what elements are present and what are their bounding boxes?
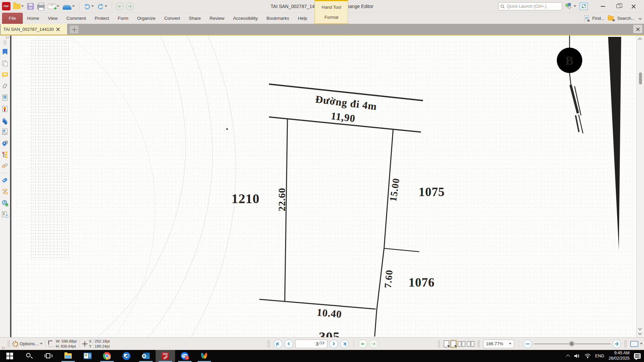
sidebar-grip[interactable]	[3, 40, 7, 45]
menu-file[interactable]: File	[2, 13, 23, 24]
destinations-pane-icon[interactable]	[2, 140, 8, 146]
menu-form[interactable]: Form	[113, 13, 133, 24]
scan-button[interactable]	[62, 2, 75, 10]
print-button[interactable]	[37, 2, 45, 10]
zoom-slider-thumb[interactable]	[569, 341, 575, 347]
report-app-button[interactable]	[78, 350, 97, 362]
chevron-down-icon[interactable]	[91, 5, 94, 7]
restore-button[interactable]	[610, 1, 626, 11]
start-button[interactable]	[0, 350, 19, 362]
history-forward-button[interactable]	[369, 340, 378, 348]
statusbar-grip[interactable]	[438, 340, 441, 348]
chevron-down-icon[interactable]	[105, 5, 107, 7]
content-pane-icon[interactable]	[2, 94, 8, 101]
task-view-button[interactable]	[39, 350, 58, 362]
signatures-pane-icon[interactable]	[2, 106, 8, 112]
email-button[interactable]	[47, 3, 60, 10]
volume-icon[interactable]	[574, 354, 580, 358]
ui-options-button[interactable]	[565, 2, 577, 10]
page-number-input[interactable]: 3 /19	[295, 340, 327, 348]
layers-pane-icon[interactable]	[2, 117, 8, 124]
history-back-button[interactable]	[359, 340, 367, 348]
close-document-button[interactable]	[633, 25, 642, 33]
statusbar-grip[interactable]	[267, 340, 270, 348]
menu-review[interactable]: Review	[205, 13, 229, 24]
last-page-button[interactable]	[340, 340, 349, 348]
article-z-order-icon[interactable]	[2, 188, 8, 195]
continuous-layout-button[interactable]	[451, 341, 456, 347]
menu-convert[interactable]: Convert	[160, 13, 184, 24]
chevron-down-icon[interactable]	[639, 17, 642, 20]
fit-page-button[interactable]	[630, 341, 638, 347]
accessibility-check-icon[interactable]	[2, 200, 8, 206]
menu-accessibility[interactable]: Accessibility	[229, 13, 262, 24]
collapse-statusbar-button[interactable]: |<	[1, 347, 6, 350]
menu-bookmarks[interactable]: Bookmarks	[262, 13, 294, 24]
chevron-down-icon[interactable]	[21, 5, 24, 7]
two-page-layout-button[interactable]	[458, 341, 465, 347]
minimize-button[interactable]	[595, 1, 610, 11]
menu-organize[interactable]: Organize	[133, 13, 160, 24]
menu-view[interactable]: View	[44, 13, 62, 24]
chevron-down-icon[interactable]	[640, 343, 643, 345]
chevron-down-icon[interactable]	[72, 5, 75, 7]
collapse-sidebar-button[interactable]: |<	[5, 36, 10, 40]
v-app-button[interactable]	[195, 350, 214, 362]
scrollbar-thumb[interactable]	[639, 72, 642, 84]
zalo-button[interactable]: Zalo 5	[175, 350, 195, 362]
next-page-button[interactable]	[329, 340, 338, 348]
active-tool-tab[interactable]: Hand Tool Format	[315, 0, 348, 24]
tray-expand-icon[interactable]	[566, 354, 570, 359]
file-explorer-button[interactable]	[58, 350, 78, 362]
remote-app-button[interactable]	[117, 350, 136, 362]
chevron-down-icon[interactable]	[57, 5, 59, 7]
zoom-out-button[interactable]	[523, 340, 532, 348]
menu-home[interactable]: Home	[23, 13, 44, 24]
previous-page-button[interactable]	[284, 340, 293, 348]
attachments-pane-icon[interactable]	[2, 83, 8, 89]
vertical-scrollbar[interactable]	[636, 36, 644, 337]
quick-launch-input[interactable]	[498, 2, 562, 10]
open-file-button[interactable]	[12, 3, 24, 10]
pdf-xchange-button[interactable]: PDF	[156, 350, 175, 362]
comments-pane-icon[interactable]	[2, 71, 8, 78]
menu-help[interactable]: Help	[293, 13, 312, 24]
zoom-level-select[interactable]: 186.77%	[483, 340, 514, 348]
save-button[interactable]	[26, 2, 35, 10]
fullscreen-button[interactable]	[580, 3, 588, 10]
accessibility-report-icon[interactable]	[2, 211, 8, 218]
menu-comment[interactable]: Comment	[62, 13, 91, 24]
statusbar-grip[interactable]	[7, 340, 10, 348]
outlook-button[interactable]	[136, 350, 156, 362]
two-page-continuous-layout-button[interactable]	[467, 341, 474, 347]
order-pane-icon[interactable]	[2, 151, 8, 158]
page-thumbnails-pane-icon[interactable]	[2, 60, 8, 67]
close-tab-icon[interactable]	[56, 27, 60, 31]
clock[interactable]: 9:45 AM 26/02/2025	[608, 351, 630, 361]
view-back-button[interactable]	[116, 2, 124, 10]
scroll-up-icon[interactable]	[638, 38, 642, 41]
first-page-button[interactable]	[274, 340, 282, 348]
find-button[interactable]: Find...	[592, 16, 604, 21]
document-page[interactable]: Đường đi 4m 11,90 22.60 1210 15.00 1075 …	[11, 36, 636, 337]
document-tab[interactable]: TAI SAN_002787_144130	[1, 24, 67, 35]
view-forward-button[interactable]	[126, 2, 134, 10]
scroll-down-icon[interactable]	[638, 331, 642, 335]
format-tab-label[interactable]: Format	[324, 15, 338, 20]
zoom-in-button[interactable]	[612, 340, 621, 348]
search-button[interactable]: Search...	[617, 16, 635, 21]
statusbar-grip[interactable]	[477, 340, 480, 348]
scroll-down-icon[interactable]	[638, 326, 642, 330]
bookmarks-pane-icon[interactable]	[2, 49, 8, 55]
fields-pane-icon[interactable]	[2, 128, 8, 135]
new-tab-button[interactable]	[70, 25, 78, 34]
menu-protect[interactable]: Protect	[90, 13, 113, 24]
action-center-icon[interactable]	[634, 353, 641, 359]
menu-share[interactable]: Share	[184, 13, 205, 24]
close-button[interactable]	[626, 1, 641, 11]
taskbar-search-button[interactable]	[19, 350, 39, 362]
redo-button[interactable]	[97, 3, 108, 10]
chevron-down-icon[interactable]	[574, 5, 576, 7]
tags-pane-icon[interactable]	[2, 177, 8, 184]
zoom-slider[interactable]	[534, 340, 611, 348]
